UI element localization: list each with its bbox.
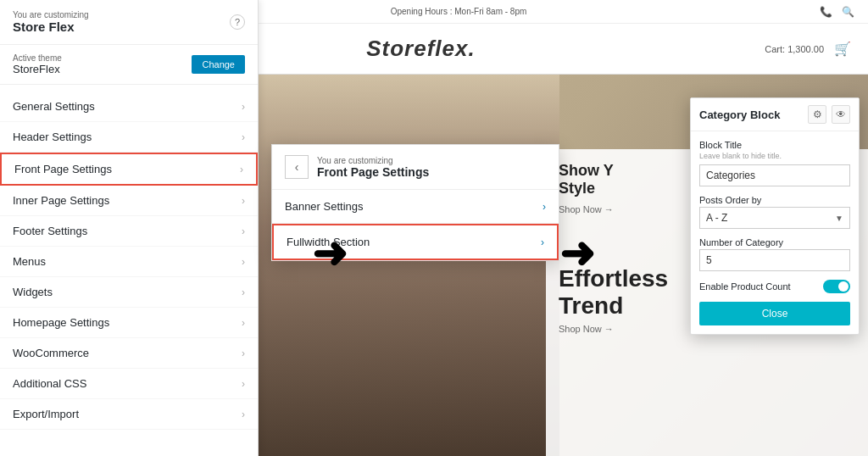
customizer-menu: General Settings › Header Settings › Fro… — [0, 85, 258, 437]
posts-order-select[interactable]: A - Z Z - A Latest Oldest — [699, 207, 850, 229]
customizer-title: Store Flex — [13, 19, 89, 34]
arrow-2: ➜ — [559, 229, 595, 278]
cart-info: Cart: 1,300.00 — [765, 44, 824, 54]
customizing-label: You are customizing — [13, 10, 89, 19]
menu-item-menus[interactable]: Menus › — [0, 247, 258, 277]
cb-body: Block Title Leave blank to hide title. P… — [691, 131, 859, 334]
chevron-right-icon: › — [242, 348, 245, 359]
fp-header: ‹ You are customizing Front Page Setting… — [272, 145, 559, 190]
menu-item-widgets[interactable]: Widgets › — [0, 277, 258, 308]
chevron-right-icon: › — [242, 225, 245, 237]
menu-item-inner-page-settings[interactable]: Inner Page Settings › — [0, 186, 258, 216]
cb-action-icons: ⚙ 👁 — [808, 105, 850, 124]
enable-product-count-label: Enable Product Count — [699, 281, 791, 292]
menu-item-header-settings[interactable]: Header Settings › — [0, 122, 258, 153]
menu-item-general-settings[interactable]: General Settings › — [0, 92, 258, 122]
chevron-right-icon: › — [242, 378, 245, 390]
customizer-sidebar: You are customizing Store Flex ? Active … — [0, 0, 259, 456]
menu-item-export-import[interactable]: Export/Import › — [0, 399, 258, 430]
cb-header: Category Block ⚙ 👁 — [691, 98, 859, 131]
number-of-category-label: Number of Category — [699, 237, 850, 247]
store-nav-right: Cart: 1,300.00 🛒 — [765, 41, 851, 57]
enable-product-count-row: Enable Product Count — [699, 280, 850, 293]
change-theme-button[interactable]: Change — [192, 55, 245, 74]
enable-product-count-toggle[interactable] — [823, 280, 850, 293]
fp-back-button[interactable]: ‹ — [285, 155, 309, 179]
cb-gear-button[interactable]: ⚙ — [808, 105, 826, 124]
search-icon: 🔍 — [840, 4, 855, 19]
menu-item-additional-css[interactable]: Additional CSS › — [0, 369, 258, 399]
fp-customizing-label: You are customizing — [317, 156, 429, 165]
fp-title: Front Page Settings — [317, 165, 429, 179]
chevron-right-icon: › — [542, 201, 546, 213]
cart-icon[interactable]: 🛒 — [834, 41, 851, 57]
chevron-right-icon: › — [242, 195, 245, 207]
cb-eye-button[interactable]: 👁 — [832, 105, 850, 124]
chevron-right-icon: › — [242, 256, 245, 268]
menu-item-footer-settings[interactable]: Footer Settings › — [0, 216, 258, 247]
menu-item-front-page-settings[interactable]: Front Page Settings › — [0, 153, 258, 186]
phone-icon: 📞 — [818, 4, 833, 19]
chevron-right-icon: › — [242, 409, 245, 420]
active-theme-name: StoreFlex — [13, 63, 62, 75]
chevron-right-icon: › — [541, 236, 544, 248]
chevron-right-icon: › — [242, 317, 245, 329]
help-icon[interactable]: ? — [230, 14, 245, 30]
arrow-1: ➜ — [312, 229, 348, 278]
close-button[interactable]: Close — [699, 302, 850, 325]
cb-title: Category Block — [699, 108, 780, 121]
chevron-right-icon: › — [242, 286, 245, 298]
social-right-icons: 📞 🔍 — [818, 4, 855, 19]
block-title-sublabel: Leave blank to hide title. — [699, 152, 850, 160]
fp-banner-settings[interactable]: Banner Settings › — [272, 190, 559, 224]
chevron-right-icon: › — [240, 164, 243, 175]
block-title-input[interactable] — [699, 164, 850, 186]
posts-order-wrapper: A - Z Z - A Latest Oldest ▼ — [699, 207, 850, 229]
active-theme-bar: Active theme StoreFlex Change — [0, 45, 258, 85]
active-theme-label: Active theme — [13, 53, 62, 63]
customizer-header: You are customizing Store Flex ? — [0, 0, 258, 45]
number-of-category-input[interactable] — [699, 249, 850, 271]
posts-order-label: Posts Order by — [699, 195, 850, 205]
chevron-right-icon: › — [242, 131, 245, 143]
menu-item-homepage-settings[interactable]: Homepage Settings › — [0, 308, 258, 338]
category-block-panel: Category Block ⚙ 👁 Block Title Leave bla… — [690, 97, 860, 335]
chevron-right-icon: › — [242, 101, 245, 113]
menu-item-woocommerce[interactable]: WooCommerce › — [0, 338, 258, 369]
block-title-label: Block Title — [699, 140, 850, 150]
